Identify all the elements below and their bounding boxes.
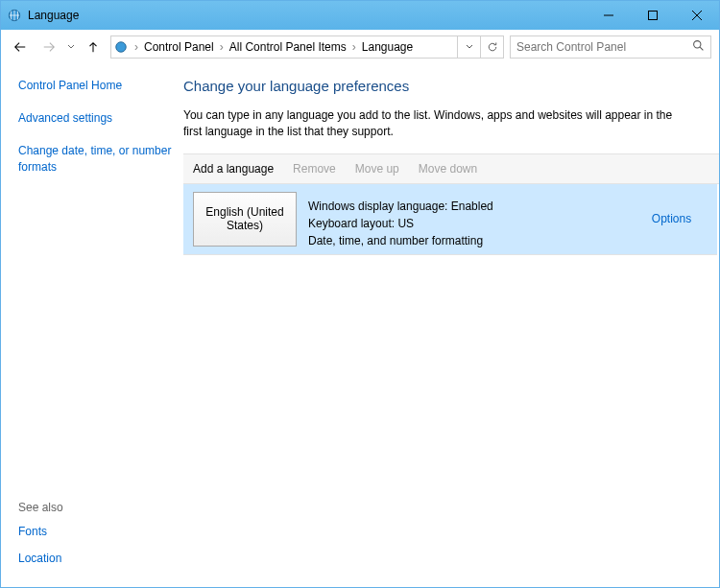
refresh-button[interactable] — [480, 36, 503, 58]
close-button[interactable] — [675, 1, 719, 30]
up-button[interactable] — [82, 35, 105, 59]
chevron-right-icon[interactable]: › — [348, 40, 360, 54]
language-detail-line: Date, time, and number formatting — [308, 232, 626, 249]
remove-language-button[interactable]: Remove — [293, 162, 336, 176]
move-down-button[interactable]: Move down — [419, 162, 477, 176]
language-row[interactable]: English (United States) Windows display … — [183, 184, 717, 255]
sidebar-link-fonts[interactable]: Fonts — [18, 524, 174, 539]
sidebar-link-home[interactable]: Control Panel Home — [18, 78, 174, 93]
page-heading: Change your language preferences — [183, 64, 719, 107]
breadcrumb-all-items[interactable]: All Control Panel Items — [228, 38, 348, 56]
address-bar: ›Control Panel ›All Control Panel Items … — [1, 30, 719, 64]
svg-rect-2 — [649, 12, 658, 20]
svg-point-6 — [694, 41, 701, 48]
chevron-right-icon[interactable]: › — [131, 40, 142, 54]
recent-locations-dropdown[interactable] — [66, 43, 76, 51]
see-also-heading: See also — [18, 501, 174, 514]
forward-button[interactable] — [37, 35, 60, 59]
sidebar-link-location[interactable]: Location — [18, 551, 174, 566]
back-button[interactable] — [9, 35, 32, 59]
move-up-button[interactable]: Move up — [355, 162, 399, 176]
language-options-link[interactable]: Options — [652, 212, 691, 225]
sidebar-link-dateformats[interactable]: Change date, time, or number formats — [18, 143, 174, 174]
svg-line-7 — [700, 47, 703, 50]
control-panel-icon — [111, 40, 131, 54]
language-detail-line: Windows display language: Enabled — [308, 198, 626, 215]
language-toolbar: Add a language Remove Move up Move down — [183, 153, 719, 184]
svg-point-5 — [116, 42, 127, 53]
chevron-right-icon[interactable]: › — [216, 40, 228, 54]
add-language-button[interactable]: Add a language — [193, 162, 274, 176]
language-details: Windows display language: Enabled Keyboa… — [308, 184, 626, 254]
maximize-button[interactable] — [631, 1, 675, 30]
minimize-button[interactable] — [587, 1, 631, 30]
language-detail-line: Keyboard layout: US — [308, 215, 626, 232]
language-name-button[interactable]: English (United States) — [193, 192, 297, 247]
search-box[interactable] — [510, 35, 711, 59]
breadcrumb-control-panel[interactable]: Control Panel — [142, 38, 216, 56]
titlebar: Language — [1, 1, 719, 30]
main-content: Change your language preferences You can… — [183, 64, 719, 587]
search-icon[interactable] — [692, 38, 705, 56]
address-box[interactable]: ›Control Panel ›All Control Panel Items … — [110, 35, 504, 59]
language-app-icon — [7, 8, 22, 23]
search-input[interactable] — [516, 40, 692, 54]
page-description: You can type in any language you add to … — [183, 107, 719, 140]
breadcrumb-language[interactable]: Language — [360, 38, 415, 56]
sidebar: Control Panel Home Advanced settings Cha… — [1, 64, 183, 587]
sidebar-link-advanced[interactable]: Advanced settings — [18, 110, 174, 126]
address-dropdown-button[interactable] — [457, 36, 480, 58]
window-title: Language — [28, 9, 587, 22]
